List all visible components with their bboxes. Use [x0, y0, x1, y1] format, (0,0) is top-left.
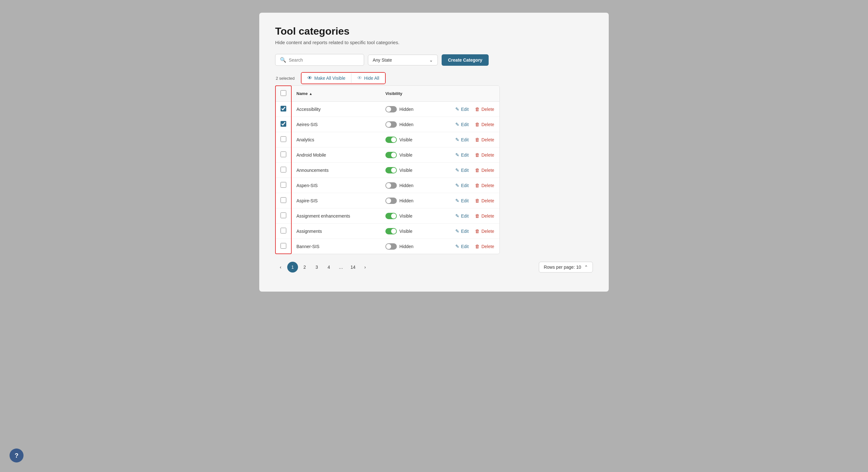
visibility-label-5: Visible [399, 168, 412, 173]
row-checkbox-8[interactable] [281, 213, 286, 218]
trash-icon: 🗑 [475, 213, 480, 219]
edit-button-10[interactable]: ✎Edit [455, 244, 469, 249]
visibility-toggle-2[interactable] [385, 121, 397, 128]
make-all-visible-label: Make All Visible [314, 75, 345, 81]
category-name-8: Assignment enhancements [291, 208, 380, 224]
trash-icon: 🗑 [475, 183, 480, 188]
page-14-button[interactable]: 14 [348, 262, 359, 273]
delete-label: Delete [481, 229, 494, 234]
state-dropdown[interactable]: Any State ⌄ [368, 55, 438, 65]
search-input[interactable] [289, 58, 359, 63]
edit-label: Edit [461, 153, 469, 158]
page-3-button[interactable]: 3 [311, 262, 322, 273]
delete-button-10[interactable]: 🗑Delete [475, 244, 494, 249]
delete-label: Delete [481, 122, 494, 127]
row-checkbox-9[interactable] [281, 228, 286, 233]
select-all-checkbox[interactable] [281, 90, 286, 96]
visibility-label-7: Hidden [399, 198, 413, 203]
visibility-toggle-6[interactable] [385, 182, 397, 189]
edit-button-2[interactable]: ✎Edit [455, 122, 469, 127]
help-button[interactable]: ? [9, 448, 24, 463]
row-checkbox-6[interactable] [281, 182, 286, 188]
visibility-toggle-10[interactable] [385, 243, 397, 250]
delete-label: Delete [481, 153, 494, 158]
page-1-button[interactable]: 1 [287, 262, 298, 273]
table-row: Banner-SISHidden✎Edit🗑Delete [275, 239, 499, 254]
next-page-button[interactable]: › [360, 262, 370, 273]
row-checkbox-5[interactable] [281, 167, 286, 172]
table-row: AnalyticsVisible✎Edit🗑Delete [275, 132, 499, 147]
edit-button-4[interactable]: ✎Edit [455, 152, 469, 158]
visibility-label-3: Visible [399, 137, 412, 142]
delete-label: Delete [481, 214, 494, 219]
row-checkbox-7[interactable] [281, 197, 286, 203]
delete-button-7[interactable]: 🗑Delete [475, 198, 494, 203]
sort-asc-icon: ▲ [309, 92, 312, 96]
delete-button-3[interactable]: 🗑Delete [475, 137, 494, 142]
delete-button-1[interactable]: 🗑Delete [475, 106, 494, 112]
trash-icon: 🗑 [475, 106, 480, 112]
delete-button-9[interactable]: 🗑Delete [475, 228, 494, 234]
delete-button-4[interactable]: 🗑Delete [475, 152, 494, 158]
row-checkbox-2[interactable] [281, 121, 286, 127]
table-row: AccessibilityHidden✎Edit🗑Delete [275, 102, 499, 117]
edit-button-7[interactable]: ✎Edit [455, 198, 469, 203]
page-2-button[interactable]: 2 [299, 262, 310, 273]
state-dropdown-label: Any State [373, 58, 392, 63]
edit-button-6[interactable]: ✎Edit [455, 183, 469, 188]
edit-label: Edit [461, 229, 469, 234]
edit-label: Edit [461, 122, 469, 127]
edit-button-9[interactable]: ✎Edit [455, 228, 469, 234]
edit-label: Edit [461, 214, 469, 219]
delete-button-6[interactable]: 🗑Delete [475, 183, 494, 188]
edit-button-5[interactable]: ✎Edit [455, 167, 469, 173]
category-name-6: Aspen-SIS [291, 178, 380, 193]
edit-button-1[interactable]: ✎Edit [455, 106, 469, 112]
delete-label: Delete [481, 107, 494, 112]
row-checkbox-4[interactable] [281, 152, 286, 157]
visibility-toggle-9[interactable] [385, 228, 397, 234]
table-row: Assignment enhancementsVisible✎Edit🗑Dele… [275, 208, 499, 224]
name-column-header[interactable]: Name ▲ [291, 86, 380, 102]
chevron-down-icon: ⌄ [429, 58, 433, 63]
search-icon: 🔍 [280, 57, 286, 63]
select-all-header [275, 86, 291, 102]
edit-icon: ✎ [455, 152, 459, 158]
page-4-button[interactable]: 4 [323, 262, 334, 273]
edit-label: Edit [461, 137, 469, 142]
row-checkbox-1[interactable] [281, 106, 286, 112]
page-navigation: ‹ 1 2 3 4 … 14 › [275, 262, 370, 273]
visibility-toggle-1[interactable] [385, 106, 397, 113]
create-category-button[interactable]: Create Category [442, 54, 489, 66]
help-icon: ? [14, 452, 19, 459]
delete-label: Delete [481, 244, 494, 249]
category-name-1: Accessibility [291, 102, 380, 117]
delete-button-2[interactable]: 🗑Delete [475, 122, 494, 127]
row-checkbox-3[interactable] [281, 136, 286, 142]
edit-button-8[interactable]: ✎Edit [455, 213, 469, 219]
visibility-label-4: Visible [399, 153, 412, 158]
prev-page-button[interactable]: ‹ [275, 262, 286, 273]
row-checkbox-10[interactable] [281, 243, 286, 249]
visibility-toggle-8[interactable] [385, 213, 397, 219]
visibility-label-2: Hidden [399, 122, 413, 127]
make-all-visible-button[interactable]: 👁 Make All Visible [302, 73, 351, 84]
delete-button-5[interactable]: 🗑Delete [475, 167, 494, 173]
visibility-toggle-7[interactable] [385, 197, 397, 204]
page-subtitle: Hide content and reports related to spec… [275, 40, 593, 45]
category-name-5: Announcements [291, 163, 380, 178]
hide-all-button[interactable]: 👁 Hide All [351, 73, 385, 84]
edit-button-3[interactable]: ✎Edit [455, 137, 469, 143]
actions-column-header [450, 86, 499, 102]
edit-icon: ✎ [455, 183, 459, 188]
rows-per-page-selector[interactable]: Rows per page: 10 ⌃ [539, 262, 593, 273]
edit-label: Edit [461, 107, 469, 112]
eye-slash-icon: 👁 [357, 75, 362, 81]
delete-button-8[interactable]: 🗑Delete [475, 213, 494, 219]
trash-icon: 🗑 [475, 122, 480, 127]
visibility-toggle-4[interactable] [385, 152, 397, 158]
visibility-toggle-3[interactable] [385, 136, 397, 143]
edit-icon: ✎ [455, 137, 459, 143]
trash-icon: 🗑 [475, 167, 480, 173]
visibility-toggle-5[interactable] [385, 167, 397, 174]
